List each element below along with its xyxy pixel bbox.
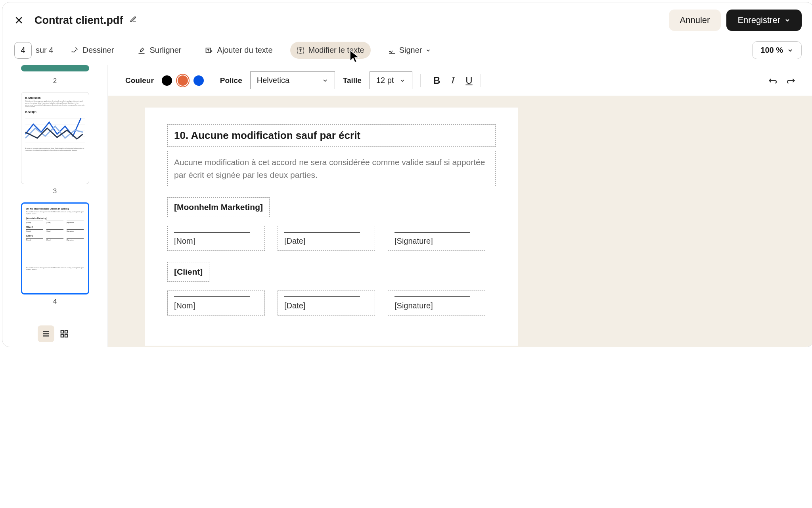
size-select[interactable]: 12 pt <box>370 71 412 89</box>
grid-icon <box>60 329 69 338</box>
chevron-down-icon <box>787 47 793 54</box>
color-swatch-blue[interactable] <box>193 75 204 86</box>
save-button-label: Enregistrer <box>737 15 780 25</box>
save-button[interactable]: Enregistrer <box>726 10 802 31</box>
redo-icon[interactable] <box>786 77 796 85</box>
sig-box-signature-1[interactable]: [Signature] <box>388 226 485 251</box>
chevron-down-icon <box>784 17 791 23</box>
color-swatch-black[interactable] <box>162 75 172 86</box>
svg-rect-11 <box>65 331 67 333</box>
tool-sign[interactable]: Signer <box>382 42 437 59</box>
sig-box-date-1[interactable]: [Date] <box>278 226 375 251</box>
view-list-button[interactable] <box>38 325 54 342</box>
bold-button[interactable]: B <box>433 75 440 86</box>
tool-add-text[interactable]: Ajouter du texte <box>199 42 279 59</box>
sig-box-signature-2[interactable]: [Signature] <box>388 291 485 316</box>
italic-button[interactable]: I <box>451 75 454 86</box>
edit-title-icon[interactable] <box>130 16 137 25</box>
tool-draw[interactable]: Dessiner <box>64 42 120 59</box>
cancel-button[interactable]: Annuler <box>669 10 721 31</box>
document-title: Contrat client.pdf <box>34 14 123 27</box>
draw-icon <box>71 46 79 54</box>
sig-box-date-2[interactable]: [Date] <box>278 291 375 316</box>
color-swatch-orange[interactable] <box>178 75 188 86</box>
underline-button[interactable]: U <box>465 75 472 86</box>
thumbnail-page-4[interactable]: 10. No Modifications Unless in Writing N… <box>21 202 89 306</box>
document-page[interactable]: 10. Aucune modification sauf par écrit A… <box>145 108 518 346</box>
svg-rect-12 <box>61 335 63 337</box>
chart-thumbnail-icon <box>25 114 85 146</box>
close-icon[interactable]: ✕ <box>14 14 23 27</box>
svg-rect-13 <box>65 335 67 337</box>
sig-box-name-1[interactable]: [Nom] <box>167 226 265 251</box>
edit-text-icon <box>297 46 304 54</box>
sign-icon <box>388 46 396 54</box>
undo-icon[interactable] <box>768 77 778 85</box>
page-total-label: sur 4 <box>36 46 53 55</box>
thumbnail-page-2[interactable]: 2 <box>21 65 89 85</box>
tool-highlight[interactable]: Surligner <box>131 42 188 59</box>
editable-party-2[interactable]: [Client] <box>167 262 209 282</box>
svg-rect-10 <box>61 331 63 333</box>
color-label: Couleur <box>125 76 154 85</box>
zoom-dropdown[interactable]: 100 % <box>752 41 802 59</box>
chevron-down-icon <box>425 48 431 53</box>
add-text-icon <box>205 46 213 54</box>
thumbnail-page-3[interactable]: 8. Statistics Statistics is the study an… <box>21 92 89 195</box>
editable-title[interactable]: 10. Aucune modification sauf par écrit <box>167 124 496 147</box>
editable-party-1[interactable]: [Moonhelm Marketing] <box>167 197 270 217</box>
highlight-icon <box>138 46 146 54</box>
chevron-down-icon <box>399 77 406 84</box>
sig-box-name-2[interactable]: [Nom] <box>167 291 265 316</box>
view-grid-button[interactable] <box>56 325 73 342</box>
editable-paragraph[interactable]: Aucune modification à cet accord ne sera… <box>167 151 496 186</box>
chevron-down-icon <box>322 77 328 84</box>
tool-edit-text[interactable]: Modifier le texte <box>290 42 371 59</box>
size-label: Taille <box>343 76 362 85</box>
font-select[interactable]: Helvetica <box>250 71 335 89</box>
list-icon <box>42 329 50 338</box>
font-label: Police <box>220 76 242 85</box>
page-number-input[interactable] <box>14 42 32 59</box>
